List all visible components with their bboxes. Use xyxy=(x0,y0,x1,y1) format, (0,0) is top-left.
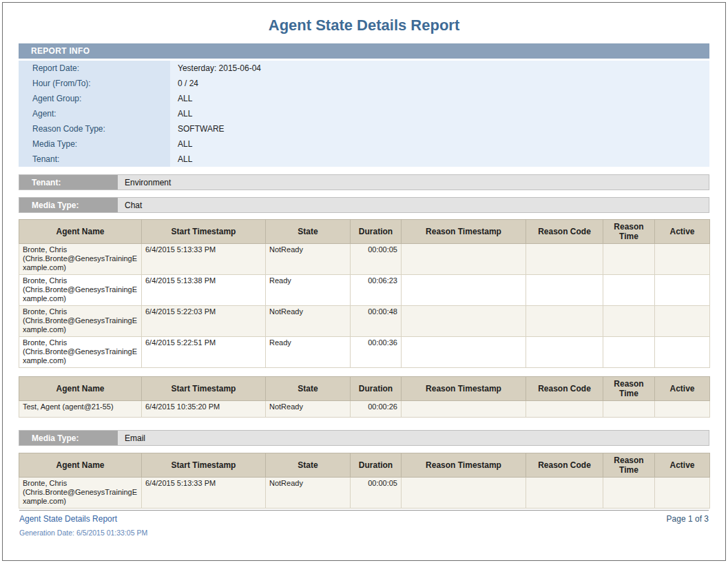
tenant-bar: Tenant: Environment xyxy=(19,174,709,190)
column-header: Start Timestamp xyxy=(142,453,266,478)
cell-agent-name: Bronte, Chris (Chris.Bronte@GenesysTrain… xyxy=(19,306,142,337)
cell-reason-code xyxy=(526,275,603,306)
column-header: State xyxy=(266,220,351,244)
report-page: Agent State Details Report REPORT INFO R… xyxy=(2,2,726,561)
table-row: Test, Agent (agent@21-55) 6/4/2015 10:35… xyxy=(19,401,710,418)
footer-divider xyxy=(19,510,709,511)
cell-start-timestamp: 6/4/2015 5:13:33 PM xyxy=(142,478,266,509)
cell-state: NotReady xyxy=(266,401,351,418)
cell-active xyxy=(655,306,710,337)
report-info-row: Tenant: ALL xyxy=(19,152,709,167)
column-header: Reason Time xyxy=(603,220,655,244)
table-header-row: Agent NameStart TimestampStateDurationRe… xyxy=(19,377,710,401)
state-table-email-1: Agent NameStart TimestampStateDurationRe… xyxy=(19,453,710,509)
cell-reason-time xyxy=(603,244,655,275)
cell-agent-name: Bronte, Chris (Chris.Bronte@GenesysTrain… xyxy=(19,478,142,509)
footer-generation-date: Generation Date: 6/5/2015 01:33:05 PM xyxy=(19,529,709,537)
cell-agent-name: Bronte, Chris (Chris.Bronte@GenesysTrain… xyxy=(19,275,142,306)
column-header: Reason Code xyxy=(526,377,603,401)
cell-reason-code xyxy=(526,478,603,509)
cell-reason-code xyxy=(526,244,603,275)
cell-reason-timestamp xyxy=(402,401,526,418)
cell-state: NotReady xyxy=(266,244,351,275)
column-header: Reason Time xyxy=(603,377,655,401)
cell-reason-time xyxy=(603,401,655,418)
report-info-row: Hour (From/To): 0 / 24 xyxy=(19,76,709,91)
report-info-row: Agent: ALL xyxy=(19,106,709,121)
column-header: Start Timestamp xyxy=(142,220,266,244)
column-header: Duration xyxy=(351,220,402,244)
report-footer: Agent State Details Report Page 1 of 3 G… xyxy=(19,510,709,537)
footer-page-number: Page 1 of 3 xyxy=(667,514,709,524)
cell-active xyxy=(655,337,710,368)
column-header: Duration xyxy=(351,377,402,401)
column-header: State xyxy=(266,453,351,478)
report-info-label: Reason Code Type: xyxy=(19,121,170,136)
column-header: Reason Timestamp xyxy=(402,453,526,478)
column-header: Agent Name xyxy=(19,377,142,401)
cell-duration: 00:00:05 xyxy=(351,244,402,275)
cell-reason-timestamp xyxy=(402,337,526,368)
cell-reason-time xyxy=(603,337,655,368)
report-info-body: Report Date: Yesterday: 2015-06-04 Hour … xyxy=(19,61,709,167)
cell-active xyxy=(655,401,710,418)
cell-reason-time xyxy=(603,478,655,509)
cell-duration: 00:06:23 xyxy=(351,275,402,306)
column-header: Reason Timestamp xyxy=(402,220,526,244)
column-header: Reason Code xyxy=(526,220,603,244)
report-info-value: ALL xyxy=(170,136,709,152)
tenant-label: Tenant: xyxy=(19,175,118,190)
report-content: Agent State Details Report REPORT INFO R… xyxy=(3,17,725,509)
cell-state: NotReady xyxy=(266,478,351,509)
cell-duration: 00:00:05 xyxy=(351,478,402,509)
cell-reason-timestamp xyxy=(402,275,526,306)
media-type-bar-chat: Media Type: Chat xyxy=(19,197,709,213)
cell-start-timestamp: 6/4/2015 5:22:03 PM xyxy=(142,306,266,337)
cell-active xyxy=(655,275,710,306)
media-type-label: Media Type: xyxy=(19,198,118,212)
column-header: Active xyxy=(655,377,710,401)
column-header: Start Timestamp xyxy=(142,377,266,401)
media-type-value: Chat xyxy=(118,198,709,212)
column-header: Agent Name xyxy=(19,453,142,478)
report-info-label: Agent: xyxy=(19,106,170,121)
cell-duration: 00:00:36 xyxy=(351,337,402,368)
column-header: Active xyxy=(655,220,710,244)
footer-report-title: Agent State Details Report xyxy=(19,514,117,524)
report-info-value: ALL xyxy=(170,91,709,106)
cell-reason-time xyxy=(603,275,655,306)
report-info-label: Report Date: xyxy=(19,61,170,76)
cell-reason-time xyxy=(603,306,655,337)
table-row: Bronte, Chris (Chris.Bronte@GenesysTrain… xyxy=(19,306,710,337)
table-header-row: Agent NameStart TimestampStateDurationRe… xyxy=(19,453,710,478)
column-header: Duration xyxy=(351,453,402,478)
page-title: Agent State Details Report xyxy=(19,17,709,34)
cell-agent-name: Test, Agent (agent@21-55) xyxy=(19,401,142,418)
report-info-value: ALL xyxy=(170,152,709,167)
cell-start-timestamp: 6/4/2015 10:35:20 PM xyxy=(142,401,266,418)
cell-active xyxy=(655,478,710,509)
report-info-value: 0 / 24 xyxy=(170,76,709,91)
report-info-row: Reason Code Type: SOFTWARE xyxy=(19,121,709,136)
report-info-label: Media Type: xyxy=(19,136,170,152)
media-type-label: Media Type: xyxy=(19,431,118,445)
report-info-row: Media Type: ALL xyxy=(19,136,709,152)
report-info-row: Report Date: Yesterday: 2015-06-04 xyxy=(19,61,709,76)
media-type-value: Email xyxy=(118,431,709,445)
table-row: Bronte, Chris (Chris.Bronte@GenesysTrain… xyxy=(19,244,710,275)
cell-start-timestamp: 6/4/2015 5:22:51 PM xyxy=(142,337,266,368)
cell-state: NotReady xyxy=(266,306,351,337)
cell-reason-timestamp xyxy=(402,244,526,275)
cell-agent-name: Bronte, Chris (Chris.Bronte@GenesysTrain… xyxy=(19,244,142,275)
column-header: Active xyxy=(655,453,710,478)
cell-reason-timestamp xyxy=(402,478,526,509)
report-info-label: Hour (From/To): xyxy=(19,76,170,91)
report-info-header: REPORT INFO xyxy=(19,43,709,59)
table-row: Bronte, Chris (Chris.Bronte@GenesysTrain… xyxy=(19,275,710,306)
cell-duration: 00:00:48 xyxy=(351,306,402,337)
column-header: Agent Name xyxy=(19,220,142,244)
table-row: Bronte, Chris (Chris.Bronte@GenesysTrain… xyxy=(19,478,710,509)
cell-state: Ready xyxy=(266,275,351,306)
cell-agent-name: Bronte, Chris (Chris.Bronte@GenesysTrain… xyxy=(19,337,142,368)
cell-start-timestamp: 6/4/2015 5:13:38 PM xyxy=(142,275,266,306)
